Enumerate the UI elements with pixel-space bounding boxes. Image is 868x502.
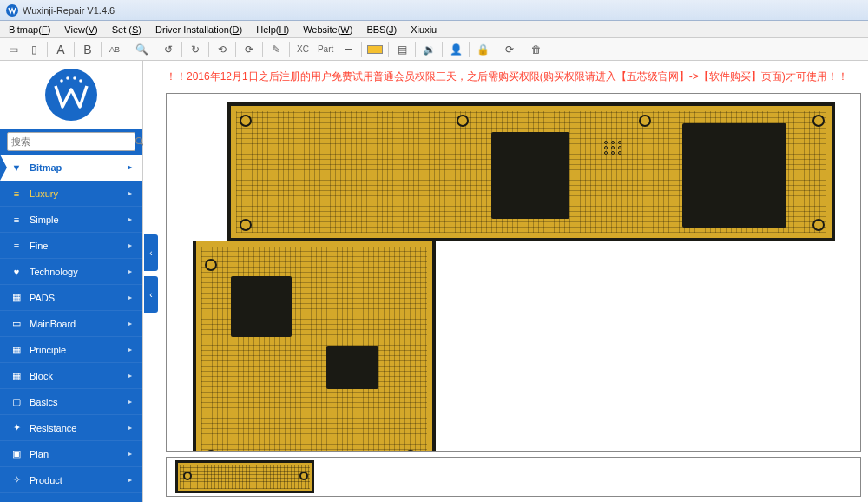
- svg-point-4: [79, 79, 82, 83]
- sidebar-item-plan[interactable]: ▣ Plan ▸: [0, 441, 142, 467]
- sidebar-item-label: Product: [30, 475, 62, 485]
- tool-font-a[interactable]: A: [51, 40, 70, 59]
- pcb-canvas-secondary[interactable]: [166, 457, 861, 497]
- sidebar-item-mainboard[interactable]: ▭ MainBoard ▸: [0, 311, 142, 337]
- sidebar-item-video[interactable]: ▶ Video ▸: [0, 493, 142, 502]
- menu-driver-installation[interactable]: Driver Installation(D): [148, 23, 249, 36]
- tool-lock-icon[interactable]: 🔒: [473, 40, 492, 59]
- sidebar-item-label: Luxury: [30, 188, 58, 199]
- collapse-tab-1[interactable]: ‹: [144, 234, 158, 271]
- product-icon: ✧: [10, 474, 23, 485]
- sidebar-item-label: MainBoard: [30, 319, 76, 329]
- logo-icon: [45, 69, 97, 121]
- collapse-tab-2[interactable]: ‹: [144, 276, 158, 313]
- tool-zoom-icon[interactable]: 🔍: [132, 40, 151, 59]
- tool-layout2-icon[interactable]: ▯: [24, 40, 43, 59]
- collapse-tabs: ‹ ‹: [143, 61, 159, 502]
- tool-ab[interactable]: AB: [105, 40, 124, 59]
- tool-refresh2-icon[interactable]: ⟳: [240, 40, 259, 59]
- sidebar-item-label: Fine: [30, 241, 48, 251]
- tool-rotate-cw-icon[interactable]: ↻: [186, 40, 205, 59]
- board-icon: ▭: [10, 318, 23, 329]
- tool-part-label[interactable]: Part: [314, 44, 337, 54]
- chevron-right-icon: ▸: [128, 320, 132, 327]
- chevron-right-icon: ▸: [128, 189, 132, 197]
- menu-view[interactable]: View(V): [57, 23, 104, 36]
- sidebar-item-label: Block: [30, 371, 53, 381]
- chevron-right-icon: ▸: [128, 268, 132, 275]
- menu-help[interactable]: Help(H): [249, 23, 296, 36]
- tool-pencil-icon[interactable]: ✎: [266, 40, 286, 59]
- menu-bbs[interactable]: BBS(J): [359, 23, 404, 36]
- toolbar: ▭ ▯ A B AB 🔍 ↺ ↻ ⟲ ⟳ ✎ XC Part − ▤ 🔉 👤 🔒…: [0, 38, 868, 61]
- viewer: ！！2016年12月1日之后注册的用户免费试用普通会员权限三天，之后需购买权限(…: [159, 61, 868, 502]
- sidebar-item-label: Plan: [30, 449, 49, 459]
- app-icon: [5, 3, 19, 17]
- tool-flag-icon[interactable]: ▤: [392, 40, 411, 59]
- list-icon: ≡: [10, 188, 23, 199]
- sidebar-item-label: Resistance: [30, 423, 76, 433]
- window-titlebar: Wuxinji-Repair V1.4.6: [0, 0, 868, 21]
- pcb-board-image: [193, 102, 835, 452]
- tool-font-b[interactable]: B: [78, 40, 97, 59]
- tool-minus-icon[interactable]: −: [339, 40, 358, 59]
- chevron-right-icon: ▸: [128, 372, 132, 380]
- sidebar-item-label: PADS: [30, 293, 55, 303]
- sidebar-item-simple[interactable]: ≡ Simple ▸: [0, 207, 142, 233]
- tool-rotate-ccw-icon[interactable]: ↺: [159, 40, 178, 59]
- sidebar-item-label: Principle: [30, 345, 66, 355]
- tool-color-swatch[interactable]: [365, 40, 385, 59]
- logo-area: [0, 61, 142, 129]
- sidebar-item-product[interactable]: ✧ Product ▸: [0, 467, 142, 493]
- menu-bitmap[interactable]: Bitmap(F): [2, 23, 57, 36]
- search-input[interactable]: [8, 136, 135, 147]
- svg-point-1: [60, 79, 63, 83]
- tool-layout1-icon[interactable]: ▭: [3, 40, 23, 59]
- plan-icon: ▣: [10, 448, 23, 459]
- menu-website[interactable]: Website(W): [296, 23, 359, 36]
- list-icon: ≡: [10, 241, 23, 251]
- search-row: [0, 129, 142, 155]
- menu-set[interactable]: Set (S): [105, 23, 148, 36]
- sidebar-item-fine[interactable]: ≡ Fine ▸: [0, 233, 142, 259]
- chevron-right-icon: ▸: [128, 163, 132, 171]
- menubar: Bitmap(F) View(V) Set (S) Driver Install…: [0, 21, 868, 38]
- svg-point-5: [136, 138, 142, 144]
- grid-icon: ▦: [10, 344, 23, 355]
- square-icon: ▢: [10, 396, 23, 407]
- sidebar-item-basics[interactable]: ▢ Basics ▸: [0, 389, 142, 415]
- sidebar-item-block[interactable]: ▦ Block ▸: [0, 363, 142, 389]
- tool-person-icon[interactable]: 👤: [446, 40, 465, 59]
- sidebar-item-luxury[interactable]: ≡ Luxury ▸: [0, 181, 142, 207]
- heart-icon: ♥: [10, 267, 23, 277]
- tool-refresh1-icon[interactable]: ⟲: [213, 40, 232, 59]
- tag-icon: ▼: [10, 162, 23, 173]
- notice-banner: ！！2016年12月1日之后注册的用户免费试用普通会员权限三天，之后需购买权限(…: [166, 66, 861, 88]
- search-box[interactable]: [7, 132, 135, 151]
- svg-point-2: [66, 76, 69, 80]
- chevron-right-icon: ▸: [128, 346, 132, 353]
- sidebar-item-technology[interactable]: ♥ Technology ▸: [0, 259, 142, 285]
- pcb-canvas-main[interactable]: [166, 93, 861, 452]
- chevron-right-icon: ▸: [128, 241, 132, 249]
- tool-speaker-icon[interactable]: 🔉: [419, 40, 438, 59]
- main-area: ▼ Bitmap ▸ ≡ Luxury ▸ ≡ Simple ▸ ≡ Fine …: [0, 61, 868, 502]
- sidebar-item-pads[interactable]: ▦ PADS ▸: [0, 285, 142, 311]
- sidebar-item-label: Simple: [30, 215, 59, 225]
- grid-icon: ▦: [10, 292, 23, 303]
- list-icon: ≡: [10, 215, 23, 225]
- sidebar-item-label: Technology: [30, 267, 78, 277]
- tool-trash-icon[interactable]: 🗑: [527, 40, 546, 59]
- tool-xc-label[interactable]: XC: [293, 44, 312, 54]
- sidebar-item-bitmap[interactable]: ▼ Bitmap ▸: [0, 155, 142, 181]
- sidebar-item-resistance[interactable]: ✦ Resistance ▸: [0, 415, 142, 441]
- grid-icon: ▦: [10, 370, 23, 381]
- window-title: Wuxinji-Repair V1.4.6: [23, 5, 115, 16]
- sidebar-item-principle[interactable]: ▦ Principle ▸: [0, 337, 142, 363]
- tool-refresh3-icon[interactable]: ⟳: [500, 40, 519, 59]
- pcb-board-thumb: [175, 460, 314, 493]
- chevron-right-icon: ▸: [128, 424, 132, 432]
- content-area: ‹ ‹ ！！2016年12月1日之后注册的用户免费试用普通会员权限三天，之后需购…: [143, 61, 868, 502]
- chevron-right-icon: ▸: [128, 398, 132, 406]
- menu-xiuxiu[interactable]: Xiuxiu: [404, 23, 444, 36]
